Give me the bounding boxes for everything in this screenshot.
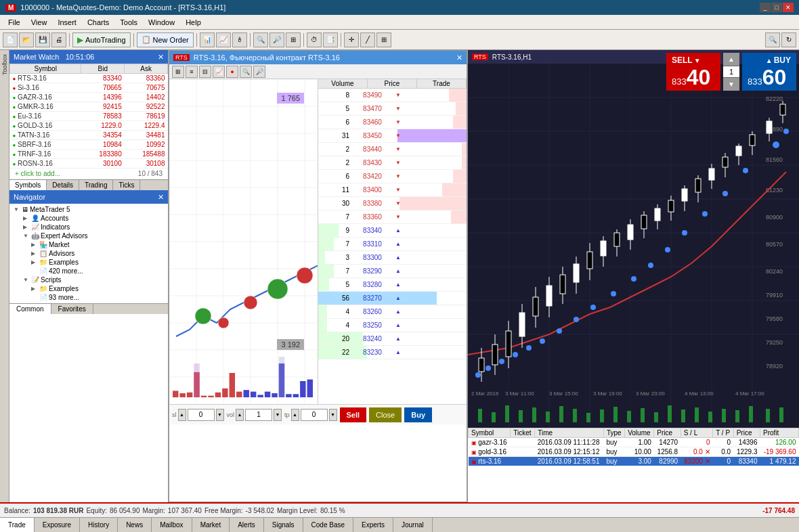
ob-arrow[interactable]: ▼ [393,106,404,112]
nav-item-market[interactable]: ▶ 🏪 Market [12,240,165,249]
ob-arrow[interactable]: ▲ [393,336,404,342]
line-btn[interactable]: ╱ [360,32,375,47]
tab-codebase[interactable]: Code Base [303,518,353,532]
ob-arrow[interactable]: ▲ [393,349,404,355]
menu-insert[interactable]: Insert [52,17,82,28]
toolbar-save[interactable]: 💾 [35,32,50,47]
ob-arrow[interactable]: ▼ [393,92,404,98]
nav-item-indicators[interactable]: ▶ 📈 Indicators [12,223,165,231]
tp-down[interactable]: ▲ [291,409,299,421]
ob-row[interactable]: 6 83460 ▼ [318,116,467,129]
nav-item-more-ea[interactable]: 📄 420 more... [12,267,165,275]
vol-down[interactable]: ▲ [236,409,244,421]
close-btn[interactable]: ✕ [783,3,794,12]
nav-item-more-scripts[interactable]: 📄 93 more... [12,293,165,302]
mw-tab-symbols[interactable]: Symbols [9,180,47,190]
nav-tab-favorites[interactable]: Favorites [51,304,93,314]
spin-down[interactable]: ▼ [723,77,739,91]
tab-market[interactable]: Market [192,518,230,532]
sell-block[interactable]: SELL ▼ 833 40 [666,53,720,91]
ob-row[interactable]: 7 83310 ▲ [318,238,467,251]
ob-row[interactable]: 2 83430 ▼ [318,156,467,170]
ob-row[interactable]: 30 83380 ▼ [318,197,467,210]
ob-arrow[interactable]: ▲ [393,241,404,247]
navigator-close[interactable]: ✕ [158,193,164,202]
tab-journal[interactable]: Journal [393,518,433,532]
tab-history[interactable]: History [80,518,118,532]
ob-arrow[interactable]: ▼ [393,160,404,166]
dom-btn-4[interactable]: 📈 [213,66,225,78]
mw-tab-ticks[interactable]: Ticks [113,180,140,190]
ob-row[interactable]: 20 83240 ▲ [318,332,467,346]
crosshair-btn[interactable]: ✛ [344,32,359,47]
mw-tab-details[interactable]: Details [47,180,79,190]
new-order-button[interactable]: 📋 New Order [137,32,194,47]
tab-experts[interactable]: Experts [353,518,393,532]
menu-charts[interactable]: Charts [82,17,114,28]
chart-bar-btn[interactable]: 📊 [200,32,215,47]
dom-btn-5[interactable]: ● [226,66,238,78]
toolbar-open[interactable]: 📂 [19,32,34,47]
toolbar-print[interactable]: 🖨 [51,32,66,47]
ob-arrow[interactable]: ▼ [393,187,404,193]
fit-btn[interactable]: ⊞ [286,32,301,47]
mw-tab-trading[interactable]: Trading [79,180,114,190]
ob-arrow[interactable]: ▼ [393,133,404,139]
vol-up[interactable]: ▼ [274,409,282,421]
ob-arrow[interactable]: ▼ [393,214,404,220]
dom-btn-1[interactable]: ⊞ [172,66,184,78]
close-position-button[interactable]: Close [369,407,402,422]
mw-row[interactable]: ● GOLD-3.16 1229.0 1229.4 [10,121,168,131]
dom-close[interactable]: ✕ [456,53,462,62]
nav-item-accounts[interactable]: ▶ 👤 Accounts [12,214,165,223]
nav-item-scripts[interactable]: ▼ 📝 Scripts [12,275,165,284]
ob-row[interactable]: 7 83290 ▲ [318,265,467,278]
mw-row[interactable]: ● GAZR-3.16 14396 14402 [10,93,168,102]
search-btn[interactable]: 🔍 [765,32,780,47]
ob-row[interactable]: 6 83420 ▼ [318,170,467,183]
ob-arrow[interactable]: ▲ [393,295,404,301]
dom-btn-2[interactable]: ≡ [186,66,198,78]
sl-input[interactable] [188,409,215,421]
market-watch-close[interactable]: ✕ [158,53,164,62]
tab-exposure[interactable]: Exposure [35,518,80,532]
ob-row[interactable]: 2 83440 ▼ [318,143,467,156]
buy-button[interactable]: Buy [404,407,432,422]
menu-file[interactable]: File [3,17,26,28]
nav-tab-common[interactable]: Common [9,304,51,314]
ob-row[interactable]: 5 83280 ▲ [318,278,467,292]
nav-item-advisors[interactable]: ▶ 📋 Advisors [12,249,165,258]
mw-row[interactable]: ● RTS-3.16 83340 83360 [10,74,168,83]
sl-down[interactable]: ▲ [178,409,186,421]
tp-up[interactable]: ▼ [329,409,337,421]
menu-window[interactable]: Window [143,17,180,28]
ob-row[interactable]: 4 83250 ▲ [318,319,467,332]
sell-spin-down[interactable]: ▼ [694,57,701,64]
vol-input[interactable] [245,409,272,421]
ob-arrow[interactable]: ▲ [393,309,404,315]
sell-button[interactable]: Sell [340,407,367,422]
menu-help[interactable]: Help [180,17,207,28]
trade-row[interactable]: ▣ gold-3.16 2016.03.09 12:15:12 buy 10.0… [469,447,799,457]
tab-signals[interactable]: Signals [264,518,303,532]
nav-item-examples-ea[interactable]: ▶ 📁 Examples [12,258,165,267]
buy-block[interactable]: ▲ BUY 833 60 [742,53,796,91]
ob-arrow[interactable]: ▼ [393,200,404,206]
nav-item-expert-advisors[interactable]: ▼ 🤖 Expert Advisors [12,231,165,240]
menu-view[interactable]: View [26,17,53,28]
nav-item-metatrader[interactable]: ▼ 🖥 MetaTrader 5 [12,205,165,214]
mw-row[interactable]: ● TATN-3.16 34354 34481 [10,131,168,140]
ob-row[interactable]: 8 83490 ▼ [318,89,467,102]
ob-row[interactable]: 31 83450 ▼ [318,129,467,143]
window-controls[interactable]: _ □ ✕ [760,3,794,12]
ob-arrow[interactable]: ▼ [393,119,404,125]
mw-row[interactable]: ● ROSN-3.16 30100 30108 [10,159,168,169]
toolbar-new[interactable]: 📄 [3,32,18,47]
trade-row[interactable]: ▣ rts-3.16 2016.03.09 12:58:51 buy 3.00 … [469,457,799,466]
mw-row[interactable]: ● Eu-3.16 78583 78619 [10,112,168,121]
ob-row[interactable]: 3 83300 ▲ [318,251,467,265]
sl-up[interactable]: ▼ [216,409,224,421]
mw-row[interactable]: ● Si-3.16 70665 70675 [10,83,168,93]
tab-mailbox[interactable]: Mailbox [152,518,192,532]
menu-tools[interactable]: Tools [114,17,143,28]
